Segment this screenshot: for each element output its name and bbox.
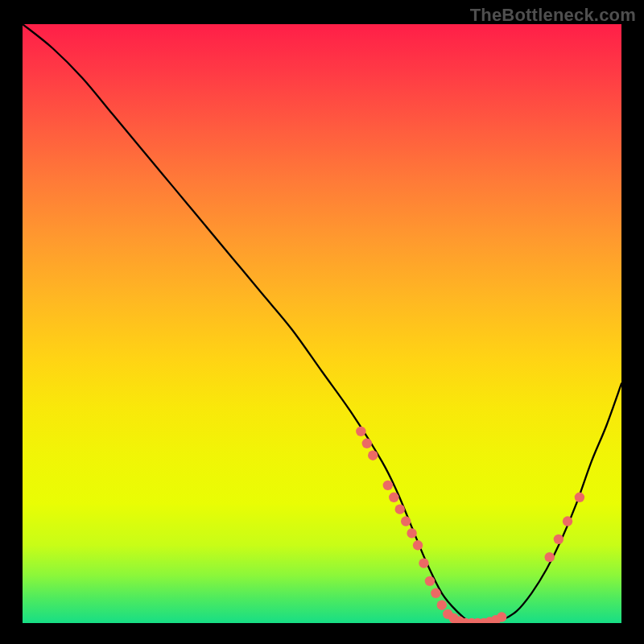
data-marker <box>437 600 447 609</box>
data-marker <box>389 493 398 502</box>
data-marker <box>413 540 423 550</box>
data-marker <box>545 552 555 562</box>
data-marker <box>368 450 378 460</box>
data-marker <box>575 493 584 502</box>
data-marker <box>425 576 435 586</box>
data-marker <box>356 427 365 436</box>
chart-container: TheBottleneck.com <box>0 0 644 644</box>
data-marker <box>401 516 411 526</box>
data-marker <box>383 481 393 490</box>
plot-area <box>23 24 621 623</box>
data-marker <box>497 612 506 621</box>
watermark-text: TheBottleneck.com <box>470 5 636 26</box>
curve-line <box>23 24 621 623</box>
data-marker <box>554 535 564 544</box>
marker-group <box>356 427 584 623</box>
data-marker <box>362 439 372 448</box>
data-marker <box>419 558 428 568</box>
data-marker <box>407 528 416 538</box>
data-marker <box>431 588 440 598</box>
data-marker <box>563 516 572 526</box>
chart-svg <box>23 24 621 623</box>
data-marker <box>395 504 405 514</box>
